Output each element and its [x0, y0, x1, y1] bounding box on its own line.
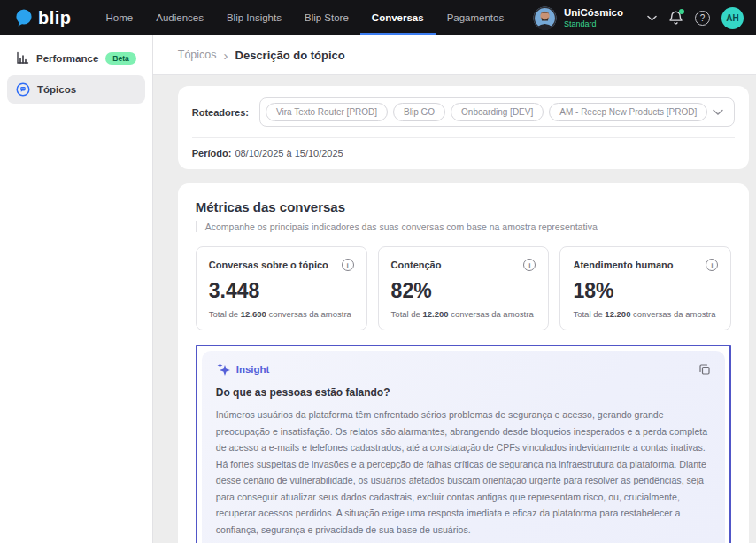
- account-info: UniCósmico Standard: [564, 7, 623, 29]
- metric-value: 82%: [391, 279, 536, 303]
- period-row: Período:08/10/2025 à 15/10/2025: [192, 148, 736, 159]
- router-chip[interactable]: AM - Recep New Products [PROD]: [549, 103, 707, 121]
- metric-card-conversas: Conversas sobre o tópico i 3.448 Total d…: [196, 246, 367, 330]
- metric-total: Total de 12.200 conversas da amostra: [391, 309, 536, 319]
- nav-item-conversas[interactable]: Conversas: [360, 0, 436, 35]
- insight-body: Inúmeros usuários da plataforma têm enfr…: [216, 407, 712, 538]
- user-avatar[interactable]: AH: [721, 7, 744, 29]
- logo-text: blip: [38, 8, 72, 28]
- help-icon[interactable]: ?: [695, 11, 710, 26]
- section-subtitle: Acompanhe os principais indicadores das …: [196, 221, 732, 232]
- routers-label: Roteadores:: [192, 107, 249, 118]
- router-chip[interactable]: Vira Texto Router [PROD]: [266, 103, 388, 121]
- account-name: UniCósmico: [564, 7, 623, 19]
- breadcrumb-separator-icon: ›: [224, 49, 228, 62]
- metric-cards-row: Conversas sobre o tópico i 3.448 Total d…: [196, 246, 732, 330]
- nav-item-blip-store[interactable]: Blip Store: [293, 0, 360, 35]
- metric-value: 18%: [573, 279, 718, 303]
- nav-item-blip-insights[interactable]: Blip Insights: [215, 0, 293, 35]
- navbar-right: UniCósmico Standard ? AH: [533, 6, 744, 30]
- main-nav: Home Audiences Blip Insights Blip Store …: [95, 0, 516, 35]
- notifications-bell-icon[interactable]: [668, 10, 683, 26]
- top-navbar: blip Home Audiences Blip Insights Blip S…: [0, 0, 756, 35]
- info-icon[interactable]: i: [342, 259, 354, 271]
- sidebar-item-performance[interactable]: Performance Beta: [7, 44, 145, 72]
- router-chip[interactable]: Blip GO: [393, 103, 445, 121]
- metric-card-contencao: Contenção i 82% Total de 12.200 conversa…: [378, 246, 550, 330]
- metric-title: Contenção: [391, 260, 442, 270]
- breadcrumb: Tópicos › Descrição do tópico: [153, 35, 756, 75]
- period-label: Período:: [192, 148, 232, 159]
- sidebar: Performance Beta Tópicos: [0, 35, 153, 543]
- sidebar-item-label: Tópicos: [37, 84, 76, 95]
- info-icon[interactable]: i: [523, 259, 536, 271]
- account-switcher[interactable]: UniCósmico Standard: [533, 6, 623, 30]
- nav-item-home[interactable]: Home: [95, 0, 145, 35]
- insight-selection-outline: Insight Do que as pessoas estão falando?…: [196, 345, 732, 543]
- metrics-card: Métricas das conversas Acompanhe os prin…: [178, 183, 750, 543]
- insight-card: Insight Do que as pessoas estão falando?…: [202, 351, 726, 543]
- page-title: Descrição do tópico: [235, 49, 345, 62]
- metric-title: Atendimento humano: [573, 260, 673, 270]
- notification-dot: [679, 9, 684, 14]
- routers-select[interactable]: Vira Texto Router [PROD] Blip GO Onboard…: [259, 97, 735, 127]
- sidebar-item-label: Performance: [36, 53, 98, 64]
- chevron-down-icon[interactable]: [647, 15, 657, 21]
- topic-bubble-icon: [16, 82, 30, 97]
- beta-badge: Beta: [105, 52, 135, 65]
- breadcrumb-parent[interactable]: Tópicos: [178, 49, 217, 61]
- nav-item-pagamentos[interactable]: Pagamentos: [436, 0, 516, 35]
- metric-card-atendimento: Atendimento humano i 18% Total de 12.200…: [559, 246, 731, 330]
- metric-total: Total de 12.200 conversas da amostra: [573, 309, 718, 319]
- divider: [192, 137, 736, 138]
- router-chip[interactable]: Onboarding [DEV]: [451, 103, 544, 121]
- metric-total: Total de 12.600 conversas da amostra: [209, 309, 354, 319]
- sidebar-item-topicos[interactable]: Tópicos: [7, 75, 145, 104]
- section-title: Métricas das conversas: [196, 199, 732, 214]
- sparkle-icon: [216, 362, 231, 376]
- filters-card: Roteadores: Vira Texto Router [PROD] Bli…: [178, 86, 750, 169]
- metric-value: 3.448: [209, 279, 354, 303]
- metric-title: Conversas sobre o tópico: [209, 260, 328, 270]
- blip-logo[interactable]: blip: [14, 8, 72, 28]
- period-value: 08/10/2025 à 15/10/2025: [235, 148, 343, 159]
- nav-item-audiences[interactable]: Audiences: [144, 0, 215, 35]
- info-icon[interactable]: i: [706, 259, 718, 271]
- blip-bubble-icon: [14, 8, 34, 27]
- account-avatar: [533, 6, 557, 30]
- chevron-down-icon[interactable]: [713, 109, 723, 116]
- account-plan: Standard: [564, 19, 623, 29]
- insight-question: Do que as pessoas estão falando?: [216, 386, 712, 399]
- copy-icon[interactable]: [698, 363, 711, 376]
- insight-label: Insight: [236, 364, 270, 375]
- bar-chart-icon: [16, 51, 29, 65]
- content-area: Roteadores: Vira Texto Router [PROD] Bli…: [153, 75, 756, 543]
